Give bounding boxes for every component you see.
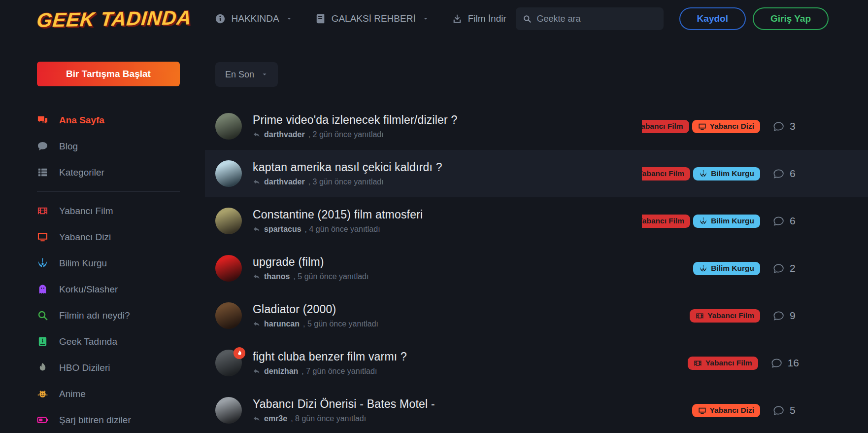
tag-yabanci-film[interactable]: Yabancı Film [642, 215, 690, 228]
comment-bubble-icon [772, 310, 785, 322]
tag-label: Bilim Kurgu [711, 169, 754, 178]
sidebar-item-label: Geek Tadında [59, 336, 117, 347]
avatar[interactable] [215, 397, 242, 424]
sidebar-item-hbo-dizileri[interactable]: HBO Dizileri [37, 355, 180, 381]
discussion-title[interactable]: upgrade (film) [253, 255, 642, 269]
discussion-title[interactable]: fight cluba benzer film varmı ? [253, 350, 640, 363]
avatar[interactable] [215, 302, 242, 329]
discussion-title[interactable]: Prime video'da izlenecek filmler/diziler… [253, 113, 642, 127]
author-name[interactable]: haruncan [264, 320, 300, 328]
sidebar-item-label: Yabancı Dizi [59, 232, 111, 243]
author-name[interactable]: darthvader [264, 178, 305, 186]
discussion-row[interactable]: Gladiator (2000) haruncan , 5 gün önce y… [205, 292, 868, 339]
avatar[interactable] [215, 113, 242, 140]
tag-label: Yabancı Film [705, 359, 752, 367]
comment-bubble-icon [770, 357, 783, 369]
tag-yabanci-film[interactable]: Yabancı Film [642, 120, 689, 133]
comment-count-number: 6 [790, 168, 796, 180]
site-logo[interactable]: GEEK TADINDA [36, 6, 193, 31]
nav-item-label: GALAKSİ REHBERİ [332, 13, 416, 24]
discussion-row[interactable]: Prime video'da izlenecek filmler/diziler… [205, 103, 868, 150]
discussion-byline: darthvader , 2 gün önce yanıtladı [253, 130, 642, 139]
nav-item-film-indir[interactable]: Film İndir [452, 13, 506, 24]
tag-list: Yabancı Dizi [642, 404, 760, 417]
comment-count: 16 [770, 357, 799, 369]
sidebar-item-filmin-adı-neydi?[interactable]: Filmin adı neydi? [37, 302, 180, 328]
discussion-row[interactable]: Yabancı Dizi Önerisi - Bates Motel - emr… [205, 387, 868, 433]
discussion-byline: emr3e , 8 gün önce yanıtladı [253, 414, 642, 423]
avatar[interactable] [215, 160, 242, 187]
sidebar-item-label: Şarj bitiren diziler [59, 415, 131, 426]
discussion-byline: thanos , 5 gün önce yanıtladı [253, 272, 642, 281]
nav-item-hakkinda[interactable]: HAKKINDA [215, 13, 292, 24]
tag-bilim-kurgu[interactable]: Bilim Kurgu [693, 167, 760, 180]
tag-bilim-kurgu[interactable]: Bilim Kurgu [693, 262, 760, 275]
tag-yabanci-film[interactable]: Yabancı Film [690, 309, 760, 323]
search-input[interactable] [536, 14, 656, 24]
sidebar-item-blog[interactable]: Blog [37, 133, 180, 159]
reply-icon [253, 225, 261, 233]
sidebar-item-label: Anime [59, 389, 86, 399]
nav-item-label: HAKKINDA [231, 13, 279, 24]
discussion-row[interactable]: kaptan amerika nasıl çekici kaldırdı ? d… [205, 150, 868, 197]
author-name[interactable]: spartacus [264, 225, 301, 234]
discussion-row[interactable]: fight cluba benzer film varmı ? denizhan… [205, 339, 868, 387]
login-button[interactable]: Giriş Yap [753, 7, 829, 30]
bubble-icon [37, 141, 48, 152]
sidebar-divider [37, 191, 180, 192]
comment-count: 6 [772, 168, 799, 180]
register-button[interactable]: Kaydol [679, 7, 746, 30]
discussion-title[interactable]: Gladiator (2000) [253, 303, 642, 316]
tag-list: Yabancı Film [642, 309, 760, 323]
jedi-icon [699, 217, 707, 225]
tag-yabanci-dizi[interactable]: Yabancı Dizi [692, 120, 760, 133]
author-name[interactable]: darthvader [264, 130, 305, 139]
discussion-row[interactable]: Constantine (2015) film atmosferi sparta… [205, 197, 868, 245]
tag-label: Yabancı Dizi [710, 122, 754, 131]
tag-list: Bilim Kurgu [642, 262, 760, 275]
main-nav: HAKKINDA GALAKSİ REHBERİ Film İndir [215, 13, 506, 24]
sidebar-item-anime[interactable]: Anime [37, 381, 180, 407]
start-discussion-button[interactable]: Bir Tartışma Başlat [37, 62, 180, 86]
book-icon [315, 13, 326, 24]
sidebar-item-kategoriler[interactable]: Kategoriler [37, 159, 180, 185]
sidebar-item-yabancı-dizi[interactable]: Yabancı Dizi [37, 224, 180, 250]
tag-list: Yabancı FilmBilim Kurgu [642, 215, 760, 228]
discussion-title[interactable]: Constantine (2015) film atmosferi [253, 208, 642, 221]
sidebar-item-ana-sayfa[interactable]: Ana Sayfa [37, 107, 180, 133]
film-icon [694, 359, 702, 367]
author-name[interactable]: denizhan [264, 367, 298, 376]
flame-icon [37, 362, 48, 373]
discussion-byline: haruncan , 5 gün önce yanıtladı [253, 320, 642, 328]
sidebar-item-bilim-kurgu[interactable]: Bilim Kurgu [37, 250, 180, 276]
discussion-row[interactable]: upgrade (film) thanos , 5 gün önce yanıt… [205, 245, 868, 292]
sidebar: Bir Tartışma Başlat Ana Sayfa Blog Kateg… [37, 37, 180, 433]
tag-yabanci-dizi[interactable]: Yabancı Dizi [692, 404, 760, 417]
tag-list: Yabancı FilmYabancı Dizi [642, 120, 760, 133]
tag-list: Yabancı FilmBilim Kurgu [642, 167, 760, 180]
comment-count: 5 [772, 404, 799, 417]
author-name[interactable]: emr3e [264, 414, 287, 423]
discussion-title[interactable]: Yabancı Dizi Önerisi - Bates Motel - [253, 397, 642, 411]
list-icon [37, 167, 48, 178]
sidebar-item-label: Bilim Kurgu [59, 258, 107, 269]
reply-icon [253, 273, 261, 281]
avatar[interactable] [215, 350, 242, 376]
sort-dropdown[interactable]: En Son [215, 62, 278, 87]
search-icon [37, 310, 48, 321]
tag-bilim-kurgu[interactable]: Bilim Kurgu [693, 215, 760, 228]
hot-flame-badge [234, 347, 245, 359]
discussion-title[interactable]: kaptan amerika nasıl çekici kaldırdı ? [253, 161, 642, 174]
sidebar-item-korku-slasher[interactable]: Korku/Slasher [37, 276, 180, 302]
sidebar-item-şarj-bitiren-diziler[interactable]: Şarj bitiren diziler [37, 407, 180, 433]
nav-item-label: Film İndir [468, 13, 506, 24]
tag-yabanci-film[interactable]: Yabancı Film [642, 167, 690, 180]
sidebar-item-geek-tadında[interactable]: Geek Tadında [37, 328, 180, 355]
tag-yabanci-film[interactable]: Yabancı Film [688, 357, 758, 370]
avatar[interactable] [215, 208, 242, 234]
nav-item-galaksi-rehberi[interactable]: GALAKSİ REHBERİ [315, 13, 429, 24]
battery-icon [37, 414, 48, 426]
sidebar-item-yabancı-film[interactable]: Yabancı Film [37, 198, 180, 224]
avatar[interactable] [215, 255, 242, 282]
author-name[interactable]: thanos [264, 272, 290, 281]
